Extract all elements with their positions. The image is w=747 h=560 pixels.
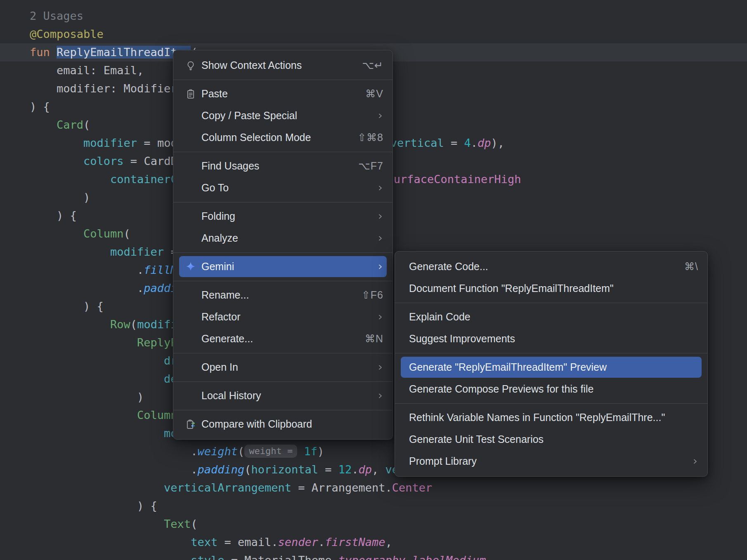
menu-item-generate-unit-test-scenarios[interactable]: Generate Unit Test Scenarios bbox=[395, 428, 707, 450]
menu-item-icon-slot bbox=[185, 289, 196, 301]
menu-item-rename[interactable]: Rename...⇧F6 bbox=[173, 284, 392, 306]
code-token: modifier bbox=[83, 136, 137, 149]
menu-item-label: Explain Code bbox=[409, 311, 698, 323]
menu-item-go-to[interactable]: Go To bbox=[173, 177, 392, 199]
menu-separator bbox=[173, 202, 392, 202]
code-token: = bbox=[137, 136, 157, 149]
code-token: ) bbox=[30, 391, 144, 403]
usages-inlay-hint[interactable]: 2 Usages bbox=[30, 7, 747, 25]
code-token: MaterialTheme. bbox=[244, 554, 338, 560]
code-line[interactable]: style = MaterialTheme.typography.labelMe… bbox=[30, 551, 747, 560]
code-token: ) bbox=[30, 191, 90, 204]
chevron-right-icon bbox=[377, 185, 383, 191]
menu-item-paste[interactable]: Paste⌘V bbox=[173, 83, 392, 105]
code-token: Text bbox=[164, 518, 191, 530]
menu-item-gemini[interactable]: Gemini bbox=[173, 256, 392, 278]
code-token: labelMedium bbox=[412, 554, 486, 560]
menu-item-shortcut: ⌘V bbox=[365, 88, 383, 100]
menu-item-generate-compose-previews-for-this-file[interactable]: Generate Compose Previews for this file bbox=[395, 378, 707, 400]
compare-clipboard-icon bbox=[185, 419, 196, 430]
menu-item-refactor[interactable]: Refactor bbox=[173, 306, 392, 328]
menu-item-folding[interactable]: Folding bbox=[173, 205, 392, 227]
menu-item-generate-code[interactable]: Generate Code...⌘\ bbox=[395, 256, 707, 278]
code-token bbox=[30, 354, 164, 367]
code-token: ) { bbox=[30, 100, 50, 113]
menu-item-find-usages[interactable]: Find Usages⌥F7 bbox=[173, 155, 392, 177]
menu-item-label: Compare with Clipboard bbox=[201, 418, 383, 430]
menu-item-rethink-variable-names-in-function-replyemailthre[interactable]: Rethink Variable Names in Function "Repl… bbox=[395, 407, 707, 428]
menu-item-column-selection-mode[interactable]: Column Selection Mode⇧⌘8 bbox=[173, 127, 392, 148]
code-token: text bbox=[191, 536, 217, 548]
menu-item-explain-code[interactable]: Explain Code bbox=[395, 306, 707, 328]
code-token: weight bbox=[197, 445, 238, 458]
code-token: typography bbox=[338, 554, 406, 560]
code-line[interactable]: Text( bbox=[30, 515, 747, 533]
code-token: style bbox=[191, 554, 224, 560]
menu-item-label: Suggest Improvements bbox=[409, 333, 698, 345]
menu-item-generate-replyemailthreaditem-preview[interactable]: Generate "ReplyEmailThreadItem" Preview bbox=[395, 356, 707, 378]
menu-item-icon-slot bbox=[185, 233, 196, 244]
menu-item-show-context-actions[interactable]: Show Context Actions⌥↵ bbox=[173, 54, 392, 76]
code-token: , bbox=[385, 536, 392, 548]
code-token bbox=[30, 372, 164, 385]
selected-identifier: ReplyEmailThreadItem bbox=[57, 46, 191, 59]
code-token: = bbox=[318, 463, 338, 476]
menu-item-local-history[interactable]: Local History bbox=[173, 385, 392, 407]
code-token bbox=[30, 118, 57, 131]
menu-item-suggest-improvements[interactable]: Suggest Improvements bbox=[395, 328, 707, 350]
code-token: Column bbox=[83, 227, 124, 240]
code-token: vertical bbox=[390, 136, 444, 149]
code-token bbox=[30, 155, 83, 167]
code-token bbox=[30, 245, 110, 258]
code-line[interactable]: @Composable bbox=[30, 25, 747, 43]
code-token bbox=[30, 318, 110, 331]
code-line[interactable]: text = email.sender.firstName, bbox=[30, 533, 747, 551]
code-token: ), bbox=[491, 136, 505, 149]
menu-item-open-in[interactable]: Open In bbox=[173, 356, 392, 378]
menu-item-label: Rethink Variable Names in Function "Repl… bbox=[409, 412, 698, 424]
menu-item-label: Refactor bbox=[201, 311, 367, 323]
code-token: . bbox=[471, 136, 478, 149]
code-token: Center bbox=[392, 481, 433, 494]
menu-item-copy-paste-special[interactable]: Copy / Paste Special bbox=[173, 105, 392, 127]
menu-item-icon-slot bbox=[185, 362, 196, 373]
code-token: 4 bbox=[464, 136, 470, 149]
menu-item-icon-slot bbox=[185, 110, 196, 122]
code-token bbox=[30, 554, 191, 560]
menu-item-label: Generate Unit Test Scenarios bbox=[409, 433, 698, 445]
chevron-right-icon bbox=[377, 314, 383, 320]
chevron-right-icon bbox=[377, 113, 383, 119]
code-token: ( bbox=[238, 445, 244, 458]
menu-item-generate[interactable]: Generate...⌘N bbox=[173, 328, 392, 350]
menu-item-label: Analyze bbox=[201, 232, 367, 244]
code-token: urfaceContainerHigh bbox=[394, 173, 521, 186]
code-line[interactable]: ) { bbox=[30, 497, 747, 515]
menu-item-analyze[interactable]: Analyze bbox=[173, 227, 392, 249]
menu-item-compare-with-clipboard[interactable]: Compare with Clipboard bbox=[173, 413, 392, 435]
code-token: fillM bbox=[144, 264, 177, 276]
menu-item-shortcut: ⇧⌘8 bbox=[357, 132, 383, 144]
chevron-right-icon bbox=[377, 213, 383, 220]
menu-separator bbox=[395, 303, 707, 303]
code-token: = bbox=[217, 536, 238, 548]
menu-item-label: Find Usages bbox=[201, 160, 348, 172]
code-token: email. bbox=[238, 536, 278, 548]
code-token: verticalArrangement bbox=[164, 481, 291, 494]
code-token: modifier: Modifier bbox=[30, 82, 177, 95]
code-token: ( bbox=[124, 227, 130, 240]
code-token: . bbox=[352, 463, 358, 476]
menu-separator bbox=[395, 403, 707, 404]
code-token: ) { bbox=[30, 209, 77, 222]
code-token: Card bbox=[57, 118, 83, 131]
code-token: . bbox=[30, 282, 144, 294]
menu-item-label: Generate Code... bbox=[409, 261, 674, 273]
menu-item-document-function-replyemailthreaditem[interactable]: Document Function "ReplyEmailThreadItem" bbox=[395, 278, 707, 299]
menu-item-label: Generate... bbox=[201, 333, 355, 345]
code-line[interactable]: verticalArrangement = Arrangement.Center bbox=[30, 479, 747, 497]
code-token: paddi bbox=[144, 282, 177, 294]
menu-item-label: Column Selection Mode bbox=[201, 132, 347, 144]
code-token bbox=[30, 227, 83, 240]
menu-item-icon-slot bbox=[185, 311, 196, 323]
menu-item-label: Go To bbox=[201, 182, 367, 194]
menu-item-prompt-library[interactable]: Prompt Library bbox=[395, 450, 707, 472]
